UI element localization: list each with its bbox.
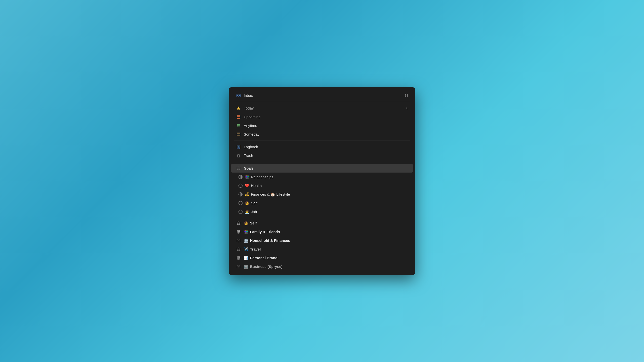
sidebar-item-anytime[interactable]: Anytime: [231, 121, 413, 130]
sidebar-item-inbox[interactable]: Inbox 13: [231, 91, 413, 100]
sidebar-item-family-friends[interactable]: 👫 Family & Friends: [231, 228, 413, 236]
divider-3: [234, 162, 410, 162]
sidebar-item-self-goal[interactable]: 🧑 Self: [231, 199, 413, 207]
job-label: Job: [251, 210, 408, 214]
sidebar-item-business[interactable]: 🏢 Business (Spryse): [231, 262, 413, 271]
svg-point-25: [237, 230, 240, 232]
logbook-icon: [236, 144, 241, 150]
anytime-icon: [236, 123, 241, 128]
travel-layers-icon: [236, 247, 241, 252]
svg-marker-1: [237, 106, 240, 110]
sidebar-item-job[interactable]: 🧑‍💼 Job: [231, 208, 413, 216]
business-layers-icon: [236, 264, 241, 269]
sidebar-item-relationships[interactable]: 👫 Relationships: [231, 173, 413, 181]
trash-label: Trash: [244, 153, 408, 158]
finances-emoji: 💰: [245, 192, 250, 197]
business-emoji: 🏢: [244, 264, 248, 269]
svg-rect-7: [239, 117, 239, 117]
svg-point-8: [237, 124, 238, 125]
health-circle-icon: [238, 183, 243, 188]
sidebar-item-personal-brand[interactable]: 📊 Personal Brand: [231, 254, 413, 262]
anytime-label: Anytime: [244, 123, 408, 128]
self-goal-label: Self: [251, 201, 408, 205]
inbox-label: Inbox: [244, 93, 405, 98]
relationships-circle-icon: [238, 174, 243, 180]
divider-2: [234, 141, 410, 141]
health-label: Health: [251, 183, 408, 188]
svg-point-29: [237, 265, 240, 266]
app-window: Inbox 13 Today 8 Upcoming: [229, 87, 415, 275]
svg-rect-2: [237, 115, 240, 118]
svg-point-18: [237, 167, 240, 168]
sidebar-item-goals[interactable]: Goals: [231, 164, 413, 173]
household-label: Household & Finances: [250, 238, 408, 243]
today-badge: 8: [406, 106, 408, 110]
self-area-label: Self: [250, 221, 408, 225]
upcoming-icon: [236, 114, 241, 120]
svg-rect-6: [238, 117, 238, 117]
svg-point-26: [237, 239, 240, 240]
job-emoji: 🧑‍💼: [245, 210, 250, 214]
health-emoji: ❤️: [245, 183, 250, 188]
svg-point-23: [239, 210, 242, 214]
logbook-label: Logbook: [244, 145, 408, 149]
upcoming-label: Upcoming: [244, 115, 408, 119]
sidebar-item-finances-lifestyle[interactable]: 💰 Finances & 🏠 Lifestyle: [231, 190, 413, 199]
household-layers-icon: [236, 238, 241, 243]
svg-point-24: [237, 222, 240, 223]
svg-point-10: [237, 126, 238, 127]
sidebar-item-upcoming[interactable]: Upcoming: [231, 113, 413, 121]
job-circle-icon: [238, 209, 243, 215]
someday-icon: [236, 132, 241, 137]
sidebar-item-today[interactable]: Today 8: [231, 104, 413, 112]
family-emoji: 👫: [244, 230, 248, 234]
personal-brand-label: Personal Brand: [250, 256, 408, 260]
divider-1: [234, 102, 410, 102]
sidebar-item-logbook[interactable]: Logbook: [231, 143, 413, 151]
trash-icon: [236, 153, 241, 158]
inbox-badge: 13: [405, 94, 408, 97]
spacer-1: [229, 216, 415, 219]
self-goal-circle-icon: [238, 200, 243, 206]
household-emoji: 🏦: [244, 238, 248, 243]
relationships-label: Relationships: [251, 175, 408, 179]
personal-brand-emoji: 📊: [244, 256, 248, 260]
sidebar-item-household-finances[interactable]: 🏦 Household & Finances: [231, 236, 413, 245]
self-goal-emoji: 🧑: [245, 201, 250, 205]
svg-point-22: [239, 201, 242, 205]
finances-label: Finances & 🏠 Lifestyle: [251, 192, 408, 197]
svg-point-28: [237, 257, 240, 258]
svg-point-27: [237, 248, 240, 249]
personal-brand-layers-icon: [236, 255, 241, 261]
sidebar-item-health[interactable]: ❤️ Health: [231, 181, 413, 190]
today-label: Today: [244, 106, 406, 110]
self-area-layers-icon: [236, 221, 241, 226]
family-label: Family & Friends: [250, 230, 408, 234]
someday-label: Someday: [244, 132, 408, 136]
sidebar-item-someday[interactable]: Someday: [231, 130, 413, 139]
finances-circle-icon: [238, 192, 243, 197]
self-area-emoji: 🧑: [244, 221, 248, 225]
travel-emoji: ✈️: [244, 247, 248, 252]
relationships-emoji: 👫: [245, 175, 250, 179]
today-icon: [236, 105, 241, 111]
sidebar-item-trash[interactable]: Trash: [231, 151, 413, 160]
svg-point-20: [239, 184, 242, 187]
business-label: Business (Spryse): [250, 264, 408, 269]
sidebar-item-self-area[interactable]: 🧑 Self: [231, 219, 413, 227]
family-layers-icon: [236, 229, 241, 235]
inbox-icon: [236, 93, 241, 98]
svg-point-9: [237, 125, 238, 126]
travel-label: Travel: [250, 247, 408, 251]
goals-icon: [236, 166, 241, 171]
goals-label: Goals: [244, 166, 408, 170]
sidebar-item-travel[interactable]: ✈️ Travel: [231, 245, 413, 254]
